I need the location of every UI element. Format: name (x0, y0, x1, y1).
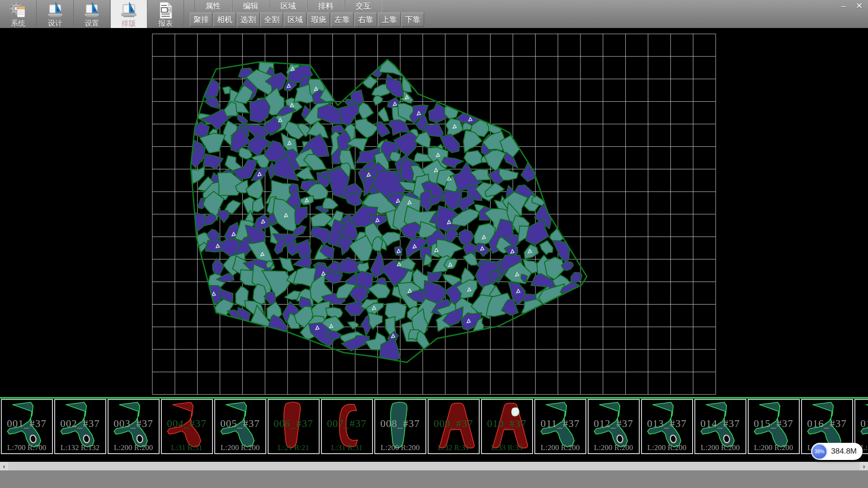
piece-id-label: 006_#37 (269, 418, 319, 430)
piece-id-label: 005_#37 (215, 418, 265, 430)
main-button-settings[interactable]: 设置 (74, 0, 110, 28)
toolbar: 系统设计设置排版报表 属性编辑区域排料交互 聚排相机选割全割区域瑕疵左靠右靠上靠… (0, 0, 868, 28)
piece-lr-label: L:31 R:31 (322, 443, 372, 452)
piece-lr-label: L:200 R:200 (535, 443, 585, 452)
piece-lr-label: L:21 R:21 (269, 443, 319, 452)
footer-bar (0, 470, 868, 488)
thumbnail-piece[interactable]: 009_#37L:32 R:31 (428, 399, 480, 454)
tool-button-region[interactable]: 区域 (284, 13, 307, 27)
report-doc-icon (157, 1, 174, 19)
main-button-layout[interactable]: 排版 (111, 0, 147, 28)
gear-system-icon (9, 1, 27, 19)
minimize-button[interactable]: – (835, 0, 851, 12)
piece-id-label: 002_#37 (55, 418, 105, 430)
thumbnail-piece[interactable]: 012_#37L:200 R:200 (588, 399, 640, 454)
main-button-design[interactable]: 设计 (37, 0, 74, 28)
piece-id-label: 015_#37 (749, 418, 799, 430)
piece-id-label: 013_#37 (642, 418, 692, 430)
thumbnail-piece[interactable]: 008_#37L:200 R:200 (374, 399, 426, 454)
piece-id-label: 014_#37 (695, 418, 745, 430)
tool-button-cluster-nest[interactable]: 聚排 (190, 13, 212, 27)
window-controls: –✕ (835, 0, 867, 12)
tool-button-snap-down[interactable]: 下靠 (401, 13, 424, 27)
piece-id-label: 012_#37 (589, 418, 639, 430)
laptop-ruler-icon (46, 1, 64, 19)
thumbnail-piece[interactable]: 015_#37L:200 R:200 (748, 399, 800, 454)
thumbnail-piece[interactable]: 014_#37L:200 R:200 (694, 399, 746, 454)
main-button-label: 排版 (122, 19, 136, 28)
piece-lr-label: L:200 R:200 (642, 443, 692, 452)
piece-id-label: 017_#37 (855, 418, 868, 430)
tool-button-snap-up[interactable]: 上靠 (378, 13, 401, 27)
tool-button-bar: 聚排相机选割全割区域瑕疵左靠右靠上靠下靠 (190, 13, 425, 26)
scroll-left-button[interactable]: ‹ (0, 462, 8, 470)
piece-lr-label: L:31 R:31 (162, 443, 212, 452)
tool-button-snap-left[interactable]: 左靠 (331, 13, 354, 27)
laptop-ruler-icon (83, 1, 101, 19)
piece-id-label: 011_#37 (535, 418, 585, 430)
thumbnail-piece[interactable]: 007_#37L:31 R:31 (321, 399, 373, 454)
horizontal-scrollbar[interactable]: ‹ › (0, 462, 868, 470)
piece-lr-label: L:700 R:700 (2, 443, 52, 452)
piece-lr-label: L:132 R:132 (55, 443, 105, 452)
main-button-label: 设计 (48, 19, 62, 28)
memory-usage-label: 384.8M (831, 447, 857, 456)
menu-bar: 属性编辑区域排料交互 (194, 0, 382, 12)
piece-lr-label: L:200 R:200 (749, 443, 799, 452)
piece-lr-label: L:200 R:200 (108, 443, 159, 452)
main-button-label: 报表 (158, 19, 173, 28)
piece-id-label: 010_#37 (482, 418, 532, 430)
piece-id-label: 003_#37 (108, 418, 159, 430)
thumbnail-piece[interactable]: 003_#37L:200 R:200 (108, 399, 160, 454)
thumbnail-piece[interactable]: 013_#37L:200 R:200 (641, 399, 693, 454)
tool-button-snap-right[interactable]: 右靠 (354, 13, 377, 27)
piece-id-label: 001_#37 (2, 418, 52, 430)
piece-lr-label: L:33 R:33 (482, 443, 532, 452)
menu-nesting[interactable]: 排料 (307, 0, 344, 12)
thumbnail-piece[interactable]: 004_#37L:31 R:31 (161, 399, 213, 454)
main-button-label: 设置 (85, 19, 99, 28)
tool-button-select-cut[interactable]: 选割 (237, 13, 259, 27)
thumbnail-piece[interactable]: 010_#37L:33 R:33 (481, 399, 533, 454)
close-button[interactable]: ✕ (851, 0, 867, 12)
thumbnail-piece[interactable]: 001_#37L:700 R:700 (1, 399, 53, 454)
piece-lr-label: L:200 R:200 (215, 443, 265, 452)
piece-lr-label: L:200 R:200 (589, 443, 639, 452)
tool-button-cut-all[interactable]: 全割 (260, 13, 283, 27)
piece-lr-label: L:200 R:200 (375, 443, 425, 452)
piece-id-label: 007_#37 (322, 418, 372, 430)
thumbnail-piece[interactable]: 011_#37L:200 R:200 (534, 399, 586, 454)
piece-lr-label: L:200 R:200 (695, 443, 745, 452)
nesting-canvas[interactable] (0, 28, 868, 397)
menu-edit[interactable]: 编辑 (232, 0, 269, 12)
piece-id-label: 009_#37 (429, 418, 479, 430)
application-window: 系统设计设置排版报表 属性编辑区域排料交互 聚排相机选割全割区域瑕疵左靠右靠上靠… (0, 0, 868, 488)
canvas-svg (0, 28, 868, 397)
main-button-system[interactable]: 系统 (0, 0, 37, 28)
scroll-right-button[interactable]: › (860, 462, 868, 470)
tool-button-camera[interactable]: 相机 (213, 13, 236, 27)
tool-button-defect[interactable]: 瑕疵 (307, 13, 330, 27)
main-button-report[interactable]: 报表 (147, 0, 184, 28)
piece-lr-label: L:32 R:31 (429, 443, 479, 452)
menu-interact[interactable]: 交互 (344, 0, 382, 12)
menu-properties[interactable]: 属性 (194, 0, 232, 12)
piece-id-label: 004_#37 (162, 418, 212, 430)
menu-region[interactable]: 区域 (269, 0, 307, 12)
main-button-label: 系统 (11, 19, 25, 28)
piece-id-label: 008_#37 (375, 418, 425, 430)
piece-thumbnail-strip: 001_#37L:700 R:700002_#37L:132 R:132003_… (0, 397, 868, 462)
progress-circle: 38% (811, 444, 827, 460)
laptop-ruler-icon (120, 1, 138, 19)
piece-id-label: 016_#37 (802, 418, 852, 430)
thumbnail-piece[interactable]: 005_#37L:200 R:200 (214, 399, 266, 454)
nested-pieces (184, 51, 583, 365)
thumbnail-piece[interactable]: 006_#37L:21 R:21 (268, 399, 320, 454)
status-badge: 38% 384.8M (811, 443, 863, 460)
thumbnail-piece[interactable]: 002_#37L:132 R:132 (54, 399, 106, 454)
